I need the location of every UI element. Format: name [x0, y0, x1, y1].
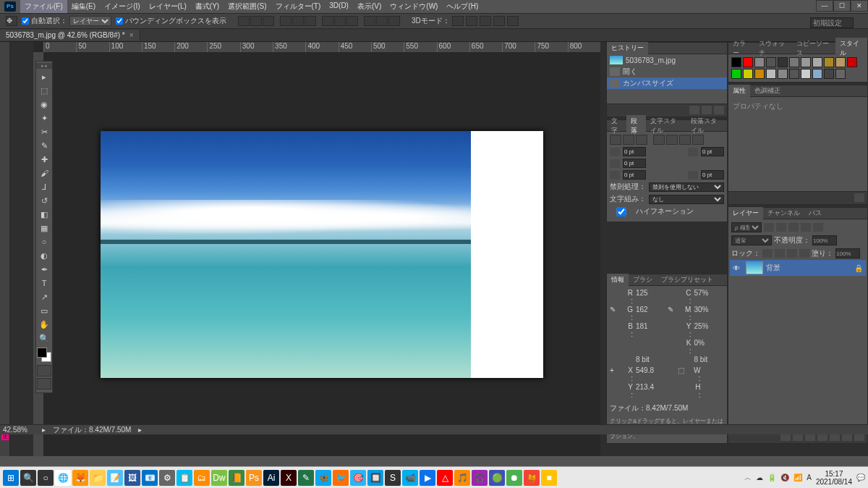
filter-pixel-icon[interactable] [764, 223, 774, 232]
history-item-open[interactable]: 開く [607, 66, 727, 77]
swatches-tab[interactable]: スウォッチ [754, 38, 792, 59]
brush-tab[interactable]: ブラシ [629, 274, 657, 286]
lock-trans-icon[interactable] [762, 249, 773, 258]
align-icon-1[interactable] [238, 16, 250, 26]
layers-tab[interactable]: レイヤー [728, 207, 763, 219]
taskbar-icon-2[interactable]: ○ [38, 470, 54, 486]
crop-tool[interactable]: ✂ [37, 125, 51, 138]
properties-tab[interactable]: 属性 [728, 85, 750, 97]
style-swatch-5[interactable] [789, 57, 799, 67]
taskbar-icon-27[interactable]: 🎧 [472, 470, 488, 486]
canvas-viewport[interactable] [43, 52, 600, 456]
props-icon[interactable] [854, 193, 864, 202]
layer-item-bg[interactable]: 👁 背景 🔒 [730, 260, 866, 276]
taskbar-icon-1[interactable]: 🔍 [20, 470, 36, 486]
opacity-input[interactable] [812, 235, 837, 245]
filter-type-icon[interactable] [788, 223, 799, 232]
3d-icon-1[interactable] [452, 16, 464, 26]
style-swatch-20[interactable] [835, 69, 846, 79]
styles-tab[interactable]: スタイル [835, 38, 867, 59]
history-snap-icon[interactable] [689, 106, 699, 114]
align-center-button[interactable] [623, 135, 634, 145]
taskbar-icon-18[interactable]: 🦋 [315, 470, 331, 486]
align-left-button[interactable] [610, 135, 621, 145]
style-swatch-12[interactable] [743, 69, 753, 79]
type-tool[interactable]: T [37, 277, 51, 290]
indent-right-input[interactable] [701, 147, 724, 156]
history-trash-icon[interactable] [714, 106, 724, 114]
dist-icon-3[interactable] [346, 16, 358, 26]
align-icon-2[interactable] [250, 16, 262, 26]
tray-battery-icon[interactable]: 🔋 [767, 474, 776, 481]
info-tab[interactable]: 情報 [607, 274, 629, 286]
close-button[interactable]: ✕ [851, 0, 868, 12]
style-swatch-10[interactable] [847, 57, 857, 67]
style-swatch-16[interactable] [789, 69, 799, 79]
auto-select-check[interactable] [22, 17, 29, 25]
eyedropper-tool[interactable]: ✎ [37, 139, 51, 152]
style-swatch-14[interactable] [766, 69, 776, 79]
screenmode-button[interactable] [37, 378, 51, 390]
history-new-icon[interactable] [702, 106, 712, 114]
align-icon-5[interactable] [292, 16, 304, 26]
maximize-button[interactable]: ☐ [833, 0, 851, 12]
workspace-switcher[interactable] [810, 17, 854, 28]
indent-first-input[interactable] [623, 159, 646, 168]
dist-icon-5[interactable] [376, 16, 388, 26]
menu-0[interactable]: ファイル(F) [20, 0, 67, 13]
align-icon-6[interactable] [305, 16, 316, 26]
taskbar-icon-22[interactable]: S [385, 470, 401, 486]
taskbar-icon-26[interactable]: 🎵 [454, 470, 470, 486]
eraser-tool[interactable]: ◧ [37, 208, 51, 221]
taskbar-icon-23[interactable]: 📹 [402, 470, 418, 486]
taskbar-icon-4[interactable]: 🦊 [72, 470, 88, 486]
minimize-button[interactable]: — [816, 0, 833, 12]
paragraph-tab[interactable]: 段落 [626, 115, 646, 137]
taskbar-icon-15[interactable]: Ai [263, 470, 279, 486]
blur-tool[interactable]: ○ [37, 235, 51, 248]
menu-6[interactable]: フィルター(T) [271, 0, 326, 13]
tray-ime-icon[interactable]: A [807, 474, 812, 481]
document-tab[interactable]: 5036783_m.jpg @ 42.6% (RGB/8#) *× [0, 30, 140, 41]
close-tab-icon[interactable]: × [129, 31, 134, 39]
parastyle-tab[interactable]: 段落スタイル [686, 115, 727, 137]
color-swatches[interactable] [37, 348, 51, 362]
channels-tab[interactable]: チャンネル [763, 207, 804, 219]
history-tab[interactable]: ヒストリー [607, 42, 648, 54]
quickmask-button[interactable] [37, 365, 51, 376]
taskbar-icon-3[interactable]: 🌐 [55, 470, 71, 486]
fg-color-swatch[interactable] [37, 348, 47, 358]
3d-icon-3[interactable] [480, 16, 491, 26]
taskbar-icon-12[interactable]: Dw [211, 470, 227, 486]
tray-sound-icon[interactable]: 🔇 [780, 474, 789, 481]
style-swatch-13[interactable] [754, 69, 765, 79]
menu-7[interactable]: 3D(D) [325, 0, 353, 13]
align-right-button[interactable] [636, 135, 647, 145]
style-swatch-2[interactable] [754, 57, 765, 67]
hand-tool[interactable]: ✋ [37, 318, 51, 331]
taskbar-icon-8[interactable]: 📧 [142, 470, 158, 486]
pen-tool[interactable]: ✒ [37, 263, 51, 276]
brush-preset-tab[interactable]: ブラシプリセット [657, 274, 718, 286]
3d-icon-4[interactable] [493, 16, 505, 26]
blend-mode-select[interactable]: 通常 [731, 235, 772, 245]
justify-right-button[interactable] [679, 135, 691, 145]
lock-pixel-icon[interactable] [775, 249, 785, 258]
char-tab[interactable]: 文字 [607, 115, 626, 137]
dist-icon-1[interactable] [322, 16, 333, 26]
dist-icon-6[interactable] [388, 16, 400, 26]
style-swatch-7[interactable] [812, 57, 822, 67]
lock-all-icon[interactable] [799, 249, 809, 258]
clone-source-tab[interactable]: コピーソース [792, 38, 835, 59]
menu-8[interactable]: 表示(V) [353, 0, 386, 13]
3d-icon-2[interactable] [466, 16, 477, 26]
history-item-canvas-size[interactable]: カンバスサイズ [607, 77, 727, 89]
taskbar-icon-31[interactable]: ■ [541, 470, 557, 486]
dist-icon-4[interactable] [364, 16, 375, 26]
move-tool[interactable]: ▸ [37, 70, 51, 83]
stamp-tool[interactable]: ⅃ [37, 180, 51, 193]
history-source[interactable]: 5036783_m.jpg [607, 54, 727, 66]
style-swatch-0[interactable] [731, 57, 741, 67]
style-swatch-17[interactable] [801, 69, 811, 79]
color-tab[interactable]: カラー [728, 38, 754, 59]
